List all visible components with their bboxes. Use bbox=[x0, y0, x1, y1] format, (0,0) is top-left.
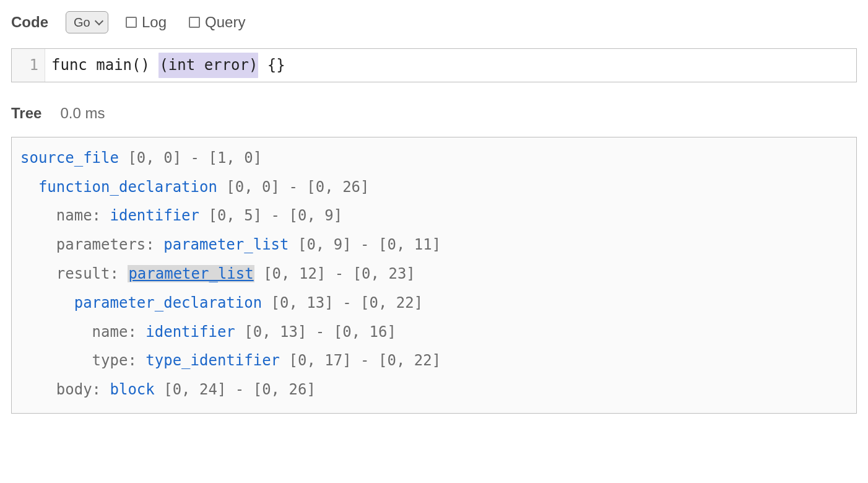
tree-field-name: result: bbox=[56, 265, 128, 282]
tree-node[interactable]: result: parameter_list [0, 12] - [0, 23] bbox=[20, 259, 848, 289]
tree-node-position: [0, 13] - [0, 22] bbox=[262, 294, 423, 311]
tree-node-position: [0, 0] - [1, 0] bbox=[119, 149, 262, 167]
checkbox-group: Log Query bbox=[126, 14, 245, 31]
code-editor[interactable]: 1 func main() (int error) {} bbox=[11, 48, 857, 82]
checkbox-box-icon bbox=[126, 17, 137, 28]
tree-node-type[interactable]: parameter_list bbox=[163, 236, 289, 253]
tree-node[interactable]: parameters: parameter_list [0, 9] - [0, … bbox=[20, 230, 848, 259]
tree-timing: 0.0 ms bbox=[60, 105, 105, 122]
toolbar: Code Go Log Query bbox=[11, 11, 857, 33]
tree-node-position: [0, 24] - [0, 26] bbox=[155, 381, 316, 398]
log-checkbox-label: Log bbox=[142, 14, 167, 31]
tree-output[interactable]: source_file [0, 0] - [1, 0]function_decl… bbox=[11, 137, 857, 414]
tree-node-type[interactable]: identifier bbox=[145, 323, 235, 341]
tree-node-type[interactable]: identifier bbox=[110, 207, 200, 224]
code-text-post: {} bbox=[258, 53, 285, 78]
tree-field-name: name: bbox=[56, 207, 110, 224]
tree-header: Tree 0.0 ms bbox=[11, 105, 857, 122]
tree-field-name: name: bbox=[92, 323, 146, 341]
tree-node[interactable]: body: block [0, 24] - [0, 26] bbox=[20, 375, 848, 404]
tree-node[interactable]: name: identifier [0, 5] - [0, 9] bbox=[20, 201, 848, 230]
language-select-wrap: Go bbox=[66, 11, 108, 33]
tree-node[interactable]: name: identifier [0, 13] - [0, 16] bbox=[20, 318, 848, 347]
tree-node-position: [0, 5] - [0, 9] bbox=[199, 207, 342, 224]
tree-node[interactable]: parameter_declaration [0, 13] - [0, 22] bbox=[20, 289, 848, 318]
query-checkbox[interactable]: Query bbox=[189, 14, 245, 31]
code-text-pre: func main() bbox=[51, 53, 158, 78]
language-select[interactable]: Go bbox=[66, 11, 108, 33]
tree-field-name: body: bbox=[56, 381, 110, 398]
tree-node[interactable]: type: type_identifier [0, 17] - [0, 22] bbox=[20, 346, 848, 375]
query-checkbox-label: Query bbox=[205, 14, 245, 31]
tree-node-type[interactable]: parameter_list bbox=[128, 265, 254, 282]
tree-node[interactable]: function_declaration [0, 0] - [0, 26] bbox=[20, 173, 848, 202]
log-checkbox[interactable]: Log bbox=[126, 14, 167, 31]
tree-node-position: [0, 17] - [0, 22] bbox=[280, 352, 441, 369]
tree-label: Tree bbox=[11, 105, 41, 122]
checkbox-box-icon bbox=[189, 17, 200, 28]
tree-node-type[interactable]: block bbox=[110, 381, 155, 398]
tree-node[interactable]: source_file [0, 0] - [1, 0] bbox=[20, 144, 848, 173]
tree-node-position: [0, 0] - [0, 26] bbox=[217, 178, 370, 196]
code-line[interactable]: func main() (int error) {} bbox=[45, 49, 292, 82]
editor-gutter: 1 bbox=[12, 49, 45, 82]
code-highlight: (int error) bbox=[158, 53, 258, 78]
line-number: 1 bbox=[12, 53, 38, 78]
tree-node-type[interactable]: parameter_declaration bbox=[74, 294, 262, 311]
tree-field-name: parameters: bbox=[56, 236, 163, 253]
tree-node-type[interactable]: type_identifier bbox=[145, 352, 280, 369]
tree-node-type[interactable]: function_declaration bbox=[38, 178, 217, 196]
tree-node-type[interactable]: source_file bbox=[20, 149, 119, 167]
tree-node-position: [0, 9] - [0, 11] bbox=[289, 236, 441, 253]
tree-node-position: [0, 13] - [0, 16] bbox=[235, 323, 396, 341]
tree-node-position: [0, 12] - [0, 23] bbox=[254, 265, 415, 282]
tree-field-name: type: bbox=[92, 352, 146, 369]
code-label: Code bbox=[11, 14, 48, 31]
